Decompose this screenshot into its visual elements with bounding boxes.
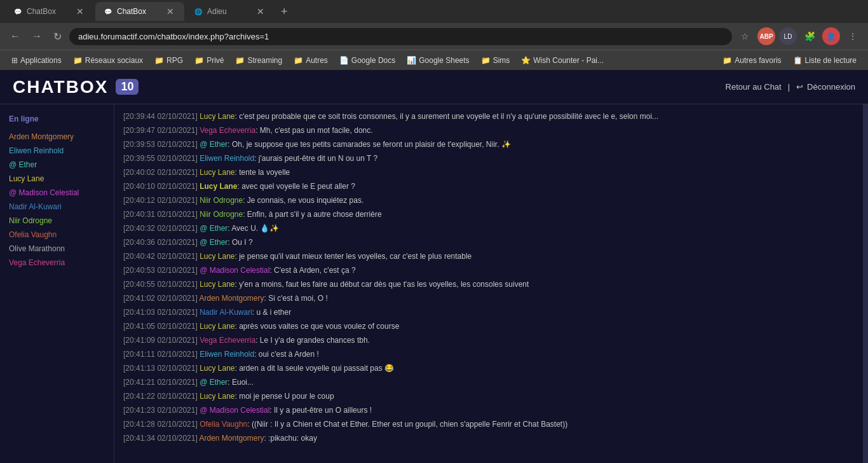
author: Arden Montgomery: [199, 294, 264, 303]
message-text: : arden a dit la seule voyelle qui passa…: [235, 364, 394, 373]
bookmark-gsheets-label: Google Sheets: [419, 56, 469, 65]
message-text: : Je connais, ne vous inquiétez pas.: [243, 196, 363, 205]
timestamp: [20:39:44 02/10/2021]: [123, 112, 198, 121]
tab-1[interactable]: 💬 ChatBox ✕: [5, 2, 94, 21]
tab-3[interactable]: 🌐 Adieu ✕: [186, 2, 275, 21]
sidebar-user-u4[interactable]: Lucy Lane: [0, 172, 114, 186]
author: @ Madison Celestial: [200, 266, 269, 275]
author: Ofelia Vaughn: [200, 420, 247, 429]
author: Lucy Lane: [200, 322, 234, 331]
sidebar-user-u8[interactable]: Ofelia Vaughn: [0, 228, 114, 242]
bookmark-gsheets[interactable]: 📊 Google Sheets: [402, 53, 474, 67]
docs-icon: 📄: [339, 56, 349, 65]
timestamp: [20:39:53 02/10/2021]: [123, 140, 198, 149]
folder-icon: 📁: [154, 56, 164, 65]
extensions-button[interactable]: 🧩: [801, 27, 818, 45]
sidebar-user-u9[interactable]: Olive Marathonn: [0, 242, 114, 256]
bookmark-sims[interactable]: 📁 Sims: [476, 53, 515, 67]
tab-1-close[interactable]: ✕: [74, 5, 86, 18]
timestamp: [20:39:47 02/10/2021]: [123, 126, 198, 135]
chat-message: [20:41:34 02/10/2021] Arden Montgomery: …: [123, 431, 854, 445]
sidebar-user-u1[interactable]: Arden Montgomery: [0, 130, 114, 144]
bookmark-prive[interactable]: 📁 Privé: [189, 53, 229, 67]
bookmark-reseaux[interactable]: 📁 Réseaux sociaux: [68, 53, 148, 67]
author: Vega Echeverria: [200, 336, 255, 345]
tab-2[interactable]: 💬 ChatBox ✕: [95, 2, 184, 21]
sidebar-user-u10[interactable]: Vega Echeverria: [0, 256, 114, 270]
bookmark-wish-label: Wish Counter - Pai...: [533, 56, 604, 65]
bookmark-liste-lecture[interactable]: 📋 Liste de lecture: [788, 53, 862, 67]
message-text: : moi je pense U pour le coup: [235, 392, 334, 401]
bookmark-autres[interactable]: 📁 Autres: [288, 53, 333, 67]
new-tab-button[interactable]: +: [276, 3, 293, 21]
author: Eliwen Reinhold: [200, 154, 254, 163]
scrollbar[interactable]: [863, 104, 868, 463]
chat-message: [20:41:03 02/10/2021] Nadir Al-Kuwari: u…: [123, 305, 854, 319]
bookmark-streaming-label: Streaming: [247, 56, 282, 65]
author: Lucy Lane: [200, 168, 234, 177]
menu-button[interactable]: ⋮: [844, 27, 862, 45]
bookmark-gdocs[interactable]: 📄 Google Docs: [334, 53, 400, 67]
bookmark-liste-label: Liste de lecture: [805, 56, 857, 65]
sidebar-user-u3[interactable]: @ Ether: [0, 158, 114, 172]
app-title: CHATBOX: [13, 77, 108, 97]
return-to-chat-link[interactable]: Retour au Chat: [726, 82, 782, 92]
list-icon: 📋: [793, 56, 803, 65]
sidebar-user-u6[interactable]: Nadir Al-Kuwari: [0, 200, 114, 214]
main-layout: En ligne Arden MontgomeryEliwen Reinhold…: [0, 104, 868, 463]
extension-ld[interactable]: LD: [779, 27, 797, 45]
logout-label: Déconnexion: [807, 82, 855, 92]
bookmark-star-button[interactable]: ☆: [736, 27, 754, 45]
timestamp: [20:40:55 02/10/2021]: [123, 280, 198, 289]
app-title-area: CHATBOX 10: [13, 77, 139, 97]
tab-2-close[interactable]: ✕: [164, 5, 177, 18]
timestamp: [20:41:13 02/10/2021]: [123, 364, 198, 373]
folder-icon: 📁: [194, 56, 204, 65]
tab-3-close[interactable]: ✕: [254, 5, 267, 18]
author: Eliwen Reinhold: [200, 350, 254, 359]
chat-message: [20:40:53 02/10/2021] @ Madison Celestia…: [123, 263, 854, 277]
refresh-button[interactable]: ↻: [50, 28, 65, 45]
tab-3-title: Adieu: [207, 7, 250, 16]
timestamp: [20:41:09 02/10/2021]: [123, 336, 198, 345]
chat-message: [20:41:02 02/10/2021] Arden Montgomery: …: [123, 291, 854, 305]
author: Lucy Lane: [200, 364, 234, 373]
bookmark-rpg[interactable]: 📁 RPG: [149, 53, 188, 67]
timestamp: [20:41:21 02/10/2021]: [123, 378, 198, 387]
forward-button[interactable]: →: [28, 28, 46, 45]
message-text: : Il y a peut-être un O ailleurs !: [269, 406, 372, 415]
chat-message: [20:41:11 02/10/2021] Eliwen Reinhold: o…: [123, 347, 854, 361]
sidebar-user-u7[interactable]: Niir Odrogne: [0, 214, 114, 228]
author: @ Madison Celestial: [200, 406, 269, 415]
author: Niir Odrogne: [200, 210, 243, 219]
back-button[interactable]: ←: [6, 28, 24, 45]
timestamp: [20:39:55 02/10/2021]: [123, 154, 198, 163]
chat-message: [20:40:42 02/10/2021] Lucy Lane: je pens…: [123, 249, 854, 263]
author: Lucy Lane: [200, 252, 234, 261]
sidebar-user-u5[interactable]: @ Madison Celestial: [0, 186, 114, 200]
logout-button[interactable]: ↩ Déconnexion: [796, 82, 855, 92]
message-text: : y'en a moins, faut les faire au début …: [235, 280, 529, 289]
chat-message: [20:39:55 02/10/2021] Eliwen Reinhold: j…: [123, 151, 854, 165]
bookmark-streaming[interactable]: 📁 Streaming: [230, 53, 287, 67]
bookmark-rpg-label: RPG: [166, 56, 183, 65]
sidebar-user-u2[interactable]: Eliwen Reinhold: [0, 144, 114, 158]
chat-message: [20:40:12 02/10/2021] Niir Odrogne: Je c…: [123, 193, 854, 207]
chat-area[interactable]: [20:39:44 02/10/2021] Lucy Lane: c'est p…: [114, 104, 863, 463]
message-text: : après vous vaites ce que vous voulez o…: [235, 322, 400, 331]
chat-message: [20:40:36 02/10/2021] @ Ether: Ou I ?: [123, 235, 854, 249]
address-bar[interactable]: [69, 28, 732, 45]
folder-icon: 📁: [722, 56, 732, 65]
bookmark-applications[interactable]: ⊞ Applications: [6, 53, 67, 67]
extension-abp[interactable]: ABP: [757, 27, 775, 45]
author: Lucy Lane: [200, 112, 234, 121]
author: Lucy Lane: [200, 280, 234, 289]
timestamp: [20:40:10 02/10/2021]: [123, 182, 198, 191]
folder-icon: 📁: [73, 56, 83, 65]
folder-icon: 📁: [481, 56, 491, 65]
bookmark-wish[interactable]: ⭐ Wish Counter - Pai...: [516, 53, 609, 67]
bookmark-gdocs-label: Google Docs: [351, 56, 395, 65]
bookmark-autres-favs[interactable]: 📁 Autres favoris: [717, 53, 786, 67]
author: @ Ether: [200, 378, 227, 387]
profile-avatar[interactable]: 👤: [822, 27, 840, 45]
